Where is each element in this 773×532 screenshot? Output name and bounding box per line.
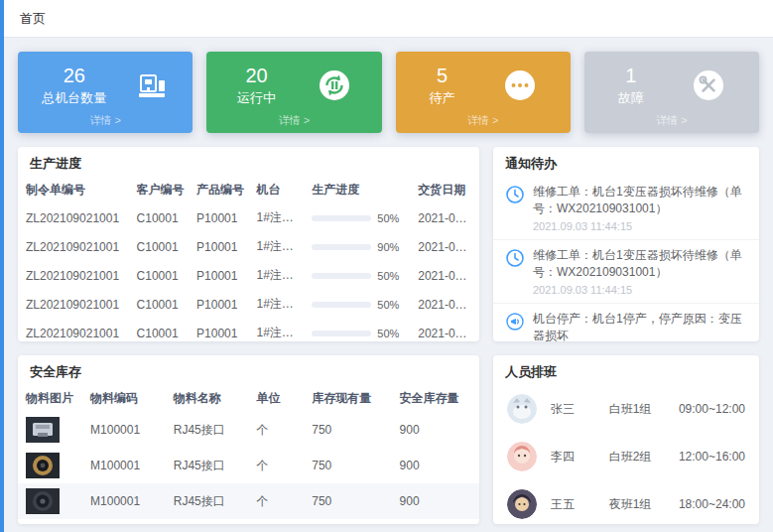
main-area: 首页 26 总机台数量: [4, 0, 773, 532]
panel-title: 生产进度: [18, 147, 479, 177]
safety-stock-table: 物料图片 物料编码 物料名称 单位 库存现有量 安全库存量: [18, 385, 479, 519]
table-row: ZL202109021001 C10001 P10001 1#注塑机 90% 2…: [18, 232, 479, 261]
progress-bar: [312, 331, 371, 336]
fault-icon: [692, 68, 725, 102]
table-row: M100001 RJ45接口 个 750 900: [18, 448, 479, 483]
detail-link[interactable]: 详情 >: [216, 113, 371, 128]
stat-value: 1: [618, 65, 644, 86]
table-row: ZL202109021001 C10001 P10001 1#注塑机 50% 2…: [18, 203, 479, 232]
panel-title: 安全库存: [18, 355, 479, 385]
avatar: [507, 489, 537, 519]
stat-label: 故障: [618, 89, 644, 107]
col-code: 物料编码: [82, 385, 166, 412]
table-row: ZL202109021001 C10001 P10001 1#注塑机 50% 2…: [18, 319, 479, 341]
work-order-clock-icon: [505, 185, 525, 204]
staff-schedule-panel: 人员排班 张三 白班1组 09:00~12:00 李四: [493, 355, 759, 524]
col-stock: 库存现有量: [304, 385, 391, 412]
dashboard-page: 首页 26 总机台数量: [0, 0, 773, 532]
col-progress: 生产进度: [304, 177, 410, 203]
stat-value: 5: [430, 65, 455, 86]
content: 26 总机台数量 详情: [4, 38, 773, 524]
stat-cards: 26 总机台数量 详情: [18, 52, 759, 133]
list-item: 张三 白班1组 09:00~12:00: [493, 385, 759, 433]
table-row: M100001 RJ45接口 个 750 900: [18, 483, 479, 519]
col-order: 制令单编号: [18, 177, 129, 203]
notice-text: 维修工单：机台1变压器损坏待维修（单号：WX202109031001）: [533, 184, 747, 218]
notifications-panel: 通知待办 维修工单：机台1变压器损坏待维修（单号：WX202109031001）…: [493, 147, 759, 341]
col-date: 交货日期: [410, 177, 479, 203]
table-row: ZL202109021001 C10001 P10001 1#注塑机 50% 2…: [18, 290, 479, 319]
notice-text: 维修工单：机台1变压器损坏待维修（单号：WX202109031001）: [533, 247, 747, 282]
stat-value: 20: [237, 65, 276, 86]
list-item[interactable]: 机台停产：机台1停产，停产原因：变压器损坏: [493, 304, 759, 341]
staff-time: 18:00~24:00: [679, 497, 745, 511]
staff-shift: 白班2组: [609, 449, 679, 466]
staff-time: 12:00~16:00: [679, 450, 745, 464]
table-header-row: 物料图片 物料编码 物料名称 单位 库存现有量 安全库存量: [18, 385, 479, 412]
list-item[interactable]: 维修工单：机台1变压器损坏待维修（单号：WX202109031001） 2021…: [493, 177, 759, 240]
stat-card-standby[interactable]: 5 待产 详情 >: [396, 52, 571, 133]
staff-name: 张三: [551, 401, 609, 418]
col-safety: 安全库存量: [392, 385, 479, 412]
staff-name: 李四: [551, 449, 609, 466]
work-order-clock-icon: [505, 248, 525, 268]
panel-title: 通知待办: [493, 147, 759, 177]
progress-bar: [312, 215, 371, 221]
standby-icon: [503, 68, 537, 102]
staff-shift: 白班1组: [609, 401, 679, 418]
staff-shift: 夜班1组: [609, 496, 679, 513]
table-row: ZL202109021001 C10001 P10001 1#注塑机 50% 2…: [18, 261, 479, 290]
progress-bar: [312, 302, 371, 308]
col-name: 物料名称: [166, 385, 249, 412]
col-machine: 机台: [248, 177, 304, 203]
staff-time: 09:00~12:00: [679, 402, 745, 416]
notice-text: 机台停产：机台1停产，停产原因：变压器损坏: [533, 311, 747, 341]
safety-stock-panel: 安全库存 物料图片 物料编码 物料名称 单位 库存现有量 安全库存量: [18, 355, 479, 524]
notice-time: 2021.09.03 11:44:15: [533, 284, 747, 296]
stat-value: 26: [42, 65, 106, 86]
running-icon: [318, 68, 351, 102]
col-customer: 客户编号: [129, 177, 189, 203]
notice-time: 2021.09.03 11:44:15: [533, 220, 747, 232]
list-item: 李四 白班2组 12:00~16:00: [493, 433, 759, 480]
col-product: 产品编号: [189, 177, 248, 203]
round-connector-photo: [26, 453, 60, 478]
progress-bar: [312, 244, 371, 250]
col-image: 物料图片: [18, 385, 82, 412]
stat-card-fault[interactable]: 1 故障 详情 >: [584, 52, 759, 133]
progress-bar: [312, 273, 371, 279]
table-row: M100001 RJ45接口 个 750 900: [18, 412, 479, 448]
stat-label: 待产: [430, 89, 455, 107]
list-item[interactable]: 维修工单：机台1变压器损坏待维修（单号：WX202109031001） 2021…: [493, 240, 759, 304]
production-progress-panel: 生产进度 制令单编号 客户编号 产品编号 机台 生产进度 交货日期: [18, 147, 479, 341]
detail-link[interactable]: 详情 >: [28, 113, 183, 128]
stat-card-running[interactable]: 20 运行中: [206, 52, 381, 133]
detail-link[interactable]: 详情 >: [406, 113, 561, 128]
tab-bar: 首页: [4, 0, 773, 38]
stat-label: 总机台数量: [42, 89, 106, 107]
tab-home[interactable]: 首页: [20, 10, 46, 28]
col-unit: 单位: [248, 385, 304, 412]
list-item: 王五 夜班1组 18:00~24:00: [493, 480, 759, 524]
production-table: 制令单编号 客户编号 产品编号 机台 生产进度 交货日期 ZL202109021…: [18, 177, 479, 341]
announce-icon: [505, 312, 525, 332]
panel-title: 人员排班: [493, 355, 759, 385]
staff-name: 王五: [551, 496, 609, 513]
speaker-photo: [26, 488, 60, 514]
rj45-connector-photo: [26, 417, 60, 443]
table-header-row: 制令单编号 客户编号 产品编号 机台 生产进度 交货日期: [18, 177, 479, 203]
stat-label: 运行中: [237, 89, 276, 107]
machine-icon: [135, 68, 169, 102]
detail-link[interactable]: 详情 >: [594, 113, 749, 128]
avatar: [507, 394, 537, 424]
avatar: [507, 442, 537, 471]
stat-card-total-machines[interactable]: 26 总机台数量 详情: [18, 52, 193, 133]
